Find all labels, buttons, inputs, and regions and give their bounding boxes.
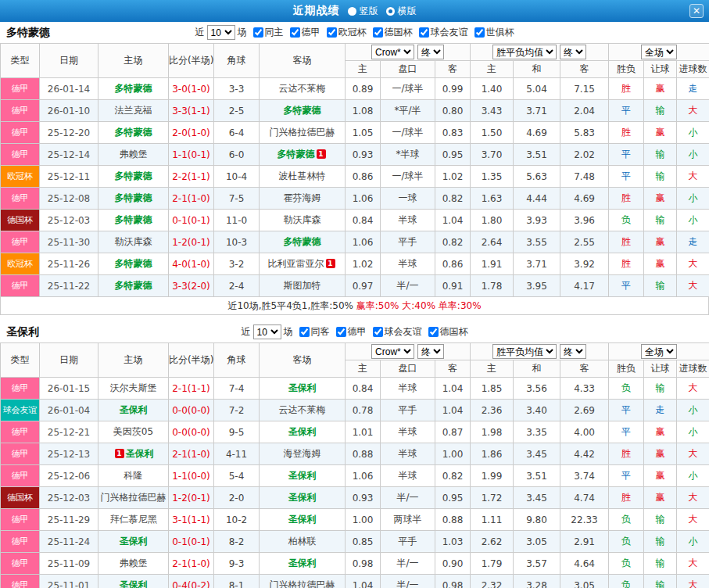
odds-time-select[interactable]: 终	[417, 344, 444, 359]
away-team-cell: 斯图加特	[260, 275, 346, 297]
col-header-date: 日期	[40, 343, 98, 378]
filter-checkbox[interactable]: 德甲	[290, 26, 320, 39]
team-name: 圣保利	[126, 448, 154, 459]
bookmaker-select[interactable]: Crow*	[371, 45, 414, 59]
match-date-cell: 25-11-26	[40, 253, 98, 275]
col-header-date: 日期	[40, 44, 98, 78]
checkbox-input[interactable]	[428, 327, 439, 337]
match-row: 德国杯25-12-03多特蒙德0-1(0-1)11-0勒沃库森0.84半球1.0…	[1, 210, 709, 231]
avg-select[interactable]: 胜平负均值	[492, 45, 557, 59]
score-cell: 1-2(0-1)	[169, 487, 214, 509]
match-date-cell: 26-01-15	[40, 378, 98, 400]
section-header: 多特蒙德 近 10 场 同主德甲欧冠杯德国杯球会友谊世俱杯	[0, 22, 709, 43]
corner-cell: 7-4	[214, 378, 260, 400]
away-team-cell: 多特蒙德	[260, 100, 346, 122]
avg-draw-cell: 3.71	[514, 100, 560, 122]
handicap-cell: 半/一	[381, 575, 435, 588]
filter-checkbox[interactable]: 球会友谊	[419, 26, 468, 39]
corner-cell: 6-0	[214, 144, 260, 166]
score-cell: 4-0(1-0)	[169, 253, 214, 275]
home-team-cell: 多特蒙德	[98, 275, 169, 297]
match-date-cell: 25-12-14	[40, 144, 98, 166]
avg-draw-cell: 3.51	[514, 465, 560, 487]
odds-time-select[interactable]: 终	[417, 45, 444, 59]
checkbox-input[interactable]	[290, 27, 300, 38]
checkbox-input[interactable]	[373, 27, 383, 38]
corner-cell: 10-4	[214, 166, 260, 188]
filter-checkboxes: 同客德甲球会友谊德国杯	[295, 325, 468, 339]
match-row: 德甲26-01-15沃尔夫斯堡2-1(1-1)7-4圣保利0.84半球1.041…	[1, 378, 709, 400]
modal-titlebar: 近期战绩 竖版 横版 ✕	[0, 0, 709, 22]
home-team-cell: 1圣保利	[98, 443, 169, 465]
sub-header-let: 让球	[644, 61, 677, 78]
checkbox-input[interactable]	[253, 27, 263, 38]
result-cell: 平	[609, 275, 644, 297]
match-type-cell: 德甲	[1, 465, 40, 487]
match-count-select[interactable]: 10	[207, 25, 235, 40]
checkbox-input[interactable]	[336, 327, 346, 337]
avg-draw-cell: 5.63	[514, 166, 560, 188]
filter-checkbox[interactable]: 球会友谊	[373, 325, 422, 339]
checkbox-input[interactable]	[419, 27, 429, 38]
radio-icon[interactable]	[348, 7, 356, 16]
avg-home-cell: 1.40	[471, 78, 514, 100]
checkbox-input[interactable]	[474, 27, 485, 38]
filter-checkbox[interactable]: 德国杯	[428, 325, 468, 339]
goals-cell: 大	[677, 253, 709, 275]
avg-select[interactable]: 胜平负均值	[492, 344, 557, 359]
odds-home-cell: 0.78	[346, 400, 381, 421]
home-team-cell: 圣保利	[98, 531, 169, 553]
corner-cell: 11-0	[214, 210, 260, 231]
team-name: 多特蒙德	[115, 214, 152, 225]
odds-away-cell: 0.99	[435, 78, 471, 100]
team-name: 圣保利	[288, 558, 317, 568]
goals-cell: 小	[677, 122, 709, 144]
layout-radio-horizontal[interactable]: 横版	[386, 5, 417, 18]
checkbox-input[interactable]	[373, 327, 383, 337]
match-type-cell: 德甲	[1, 78, 40, 100]
filter-checkbox[interactable]: 欧冠杯	[327, 26, 367, 39]
score-cell: 0-1(0-1)	[169, 531, 214, 553]
avg-away-cell: 4.64	[560, 553, 609, 575]
result-cell: 胜	[609, 188, 644, 210]
team-name: 门兴格拉德巴赫	[270, 127, 335, 138]
filter-checkbox[interactable]: 同客	[299, 325, 330, 339]
goals-cell: 大	[677, 378, 709, 400]
odds-home-cell: 0.88	[346, 443, 381, 465]
summary-line: 近10场,胜5平4负1,胜率:50% 赢率:50% 大:40% 单率:30%	[0, 297, 709, 315]
checkbox-input[interactable]	[327, 27, 337, 38]
score-cell: 3-1(1-1)	[169, 509, 214, 531]
match-count-select[interactable]: 10	[253, 324, 281, 339]
filter-checkbox[interactable]: 德甲	[336, 325, 367, 339]
odds-home-cell: 1.08	[346, 100, 381, 122]
filter-checkbox[interactable]: 世俱杯	[474, 26, 514, 39]
odds-away-cell: 1.04	[435, 378, 471, 400]
handicap-result-cell: 赢	[644, 188, 677, 210]
away-team-cell: 圣保利	[260, 421, 346, 443]
checkbox-input[interactable]	[299, 327, 310, 337]
sub-header-avg-away: 客	[560, 61, 609, 78]
close-icon[interactable]: ✕	[689, 4, 704, 18]
col-header-type: 类型	[1, 343, 40, 378]
avg-time-select[interactable]: 终	[560, 45, 586, 59]
odds-home-cell: 1.01	[346, 421, 381, 443]
avg-away-cell: 4.17	[560, 275, 609, 297]
layout-radio-vertical[interactable]: 竖版	[348, 5, 378, 18]
team-name: 美因茨05	[113, 426, 153, 437]
team-name: 多特蒙德	[284, 105, 321, 116]
bookmaker-select[interactable]: Crow*	[371, 344, 414, 359]
fulltime-select[interactable]: 全场	[641, 45, 677, 59]
away-team-cell: 多特蒙德1	[260, 144, 346, 166]
sub-header-handicap: 盘口	[381, 360, 435, 378]
odds-home-cell: 1.06	[346, 188, 381, 210]
filter-checkbox[interactable]: 德国杯	[373, 26, 413, 39]
handicap-result-cell: 输	[644, 378, 677, 400]
avg-time-select[interactable]: 终	[560, 344, 586, 359]
avg-header-cell: 胜平负均值 终	[471, 44, 609, 61]
radio-selected-icon[interactable]	[386, 7, 395, 16]
odds-home-cell: 1.00	[346, 509, 381, 531]
filter-checkbox[interactable]: 同主	[253, 26, 284, 39]
away-team-cell: 波杜基林特	[260, 166, 346, 188]
corner-cell: 6-4	[214, 122, 260, 144]
fulltime-select[interactable]: 全场	[641, 344, 677, 359]
